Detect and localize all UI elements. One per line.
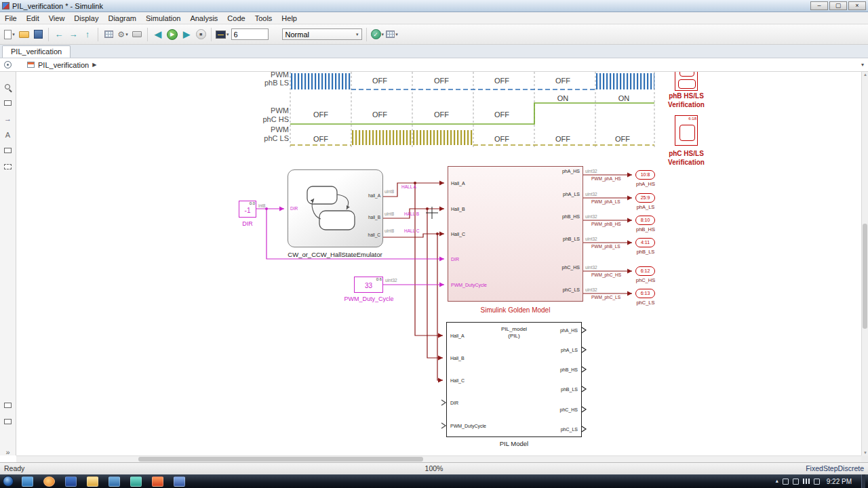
step-back-button[interactable]: ◀ (152, 27, 164, 42)
annotation-icon[interactable]: A (0, 131, 16, 139)
volume-icon[interactable] (814, 479, 820, 485)
pil-output-pha-ls: phA_LS (561, 348, 578, 352)
step-forward-button[interactable]: ▶ (180, 27, 193, 42)
tray-icon-1[interactable] (783, 479, 789, 485)
trace-label-phc-ls2: phC LS (248, 135, 289, 143)
pil-model-block[interactable]: PIL_model (PIL) Hall_A Hall_B Hall_C DIR… (446, 322, 582, 437)
terminator-badge[interactable]: 6:13 (635, 289, 655, 298)
scroll-up-icon[interactable]: ▲ (863, 73, 867, 77)
show-hidden-icons[interactable]: ▴ (776, 479, 778, 484)
taskbar-clock[interactable]: 9:22 PM (824, 478, 857, 485)
run-button[interactable]: ▶ (166, 27, 178, 42)
taskbar-app-icon-explorer[interactable] (87, 476, 98, 487)
terminator-badge[interactable]: 10:8 (635, 170, 655, 180)
taskbar-app-icon-5[interactable] (108, 476, 120, 487)
scope-screen-icon (679, 72, 694, 77)
menu-view[interactable]: View (44, 14, 70, 23)
up-to-parent-button[interactable]: ↑ (81, 27, 94, 42)
model-configuration-button[interactable]: ⚙▾ (117, 27, 129, 42)
simulation-stop-time-input[interactable] (231, 28, 269, 40)
viewmarks-icon[interactable] (4, 403, 12, 408)
pil-output-pha-hs: phA_HS (560, 328, 578, 333)
tray-icon-2[interactable] (793, 479, 799, 485)
model-browser-toggle-icon[interactable] (4, 61, 12, 68)
menu-file[interactable]: File (0, 14, 22, 23)
simulation-mode-select[interactable]: Normal ▾ (282, 28, 362, 40)
phb-verification-label: phB HS/LS (658, 92, 715, 101)
menu-tools[interactable]: Tools (250, 14, 277, 23)
zoom-icon[interactable] (5, 84, 10, 89)
dtype-label: uint32 (585, 287, 597, 292)
taskbar-app-icon-6[interactable] (130, 476, 142, 487)
phb-verification-block[interactable] (675, 72, 698, 91)
pil-model-label: PIL Model (446, 440, 582, 447)
maximize-button[interactable]: ▢ (829, 1, 847, 10)
taskbar-app-icon-1[interactable] (22, 476, 33, 487)
breadcrumb-bar: PIL_verification ▶ ▾ (0, 58, 868, 72)
new-model-button[interactable]: ▾ (3, 27, 16, 42)
vertical-scroll-thumb[interactable] (863, 224, 867, 329)
stop-button[interactable]: ■ (195, 27, 207, 42)
area-box-icon[interactable] (4, 164, 12, 169)
golden-output-phb-hs: phB_HS (562, 214, 580, 219)
open-button[interactable] (18, 27, 30, 42)
build-button[interactable]: ▾ (386, 27, 398, 42)
menu-display[interactable]: Display (69, 14, 103, 23)
show-desktop-button[interactable] (861, 474, 865, 488)
menu-code[interactable]: Code (222, 14, 250, 23)
toolbar-separator (147, 28, 148, 41)
terminator-badge[interactable]: 8:10 (635, 216, 655, 225)
close-button[interactable]: × (848, 1, 866, 10)
chart-input-dir: DIR (290, 207, 298, 211)
hall-state-emulator-chart[interactable]: DIR hall_A hall_B hall_C (288, 169, 383, 247)
taskbar-app-icon-firefox[interactable] (43, 476, 55, 487)
terminator-badge[interactable]: 25:9 (635, 193, 655, 203)
start-button[interactable] (3, 476, 14, 487)
menu-analysis[interactable]: Analysis (185, 14, 222, 23)
model-advisor-button[interactable]: ✓▾ (371, 27, 384, 42)
fit-to-view-icon[interactable] (4, 100, 12, 106)
breadcrumb-dropdown-icon[interactable]: ▾ (861, 62, 864, 68)
pwm-duty-cycle-value: 33 (355, 282, 382, 289)
pwm-duty-cycle-block[interactable]: 0:6 33 (354, 277, 383, 293)
stateflow-diagram-icon (288, 170, 381, 245)
menu-diagram[interactable]: Diagram (103, 14, 141, 23)
taskbar-app-icon-8[interactable] (174, 476, 185, 487)
library-browser-button[interactable] (102, 27, 115, 42)
forward-button[interactable]: → (67, 27, 79, 42)
terminator-badge[interactable]: 6:12 (635, 266, 655, 276)
scope-screen-icon (678, 79, 696, 89)
vertical-scrollbar[interactable]: ▲ ▼ (861, 72, 868, 455)
horizontal-scroll-thumb[interactable] (138, 457, 423, 462)
back-button[interactable]: ← (53, 27, 65, 42)
collapse-palette-icon[interactable]: » (0, 449, 16, 456)
minimize-button[interactable]: – (810, 1, 828, 10)
phc-verification-label: phC HS/LS (658, 150, 715, 159)
chevron-down-icon: ▾ (395, 32, 398, 37)
taskbar-app-icon-3[interactable] (65, 476, 77, 487)
simulink-golden-model-block[interactable]: Hall_A Hall_B Hall_C DIR PWM_DutyCycle p… (448, 166, 583, 302)
phc-verification-block[interactable]: 6:18 (675, 115, 698, 146)
model-canvas[interactable]: PWM phB LS PWM phC HS PWM phC LS OFF OFF… (16, 72, 861, 455)
network-icon[interactable] (803, 479, 810, 484)
tab-pil-verification[interactable]: PIL_verification (2, 45, 71, 58)
save-button[interactable] (32, 27, 44, 42)
image-icon[interactable] (4, 148, 12, 153)
pan-arrow-icon[interactable]: → (0, 115, 16, 123)
menu-simulation[interactable]: Simulation (141, 14, 185, 23)
dir-constant-block[interactable]: 0.0 -1 (239, 201, 256, 218)
horizontal-scrollbar[interactable] (16, 455, 861, 462)
print-button[interactable] (131, 27, 143, 42)
solver-name[interactable]: FixedStepDiscrete (806, 464, 864, 472)
menu-help[interactable]: Help (277, 14, 302, 23)
taskbar-app-icon-matlab[interactable] (152, 476, 163, 487)
state-label: OFF (494, 135, 509, 143)
scope-button[interactable]: ▾ (216, 27, 229, 42)
scroll-down-icon[interactable]: ▼ (863, 451, 867, 455)
breadcrumb[interactable]: PIL_verification (38, 61, 89, 69)
signal-label-pwm-phc-ls: PWM_phC_LS (591, 295, 620, 300)
log-badge: 6:18 (688, 117, 696, 121)
subsystem-icon[interactable] (4, 419, 12, 424)
menu-edit[interactable]: Edit (22, 14, 44, 23)
terminator-badge[interactable]: 4:11 (635, 238, 655, 247)
